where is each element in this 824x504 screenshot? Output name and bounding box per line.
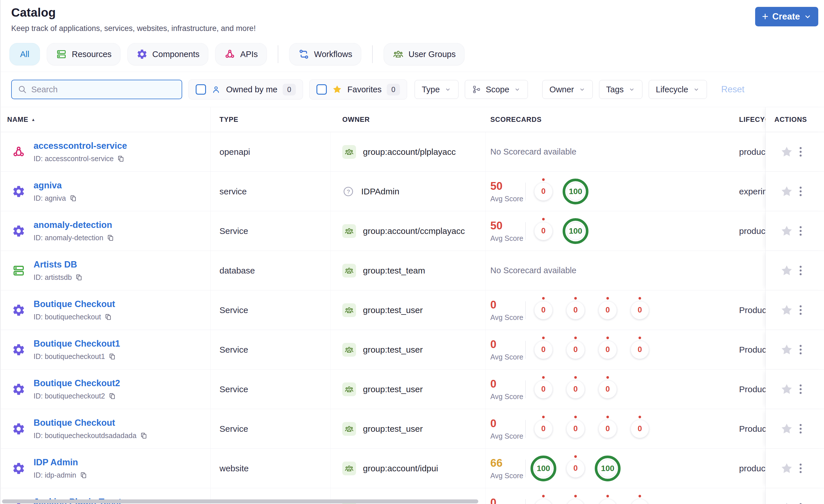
scorecard-badge-pass[interactable]: 100 (562, 218, 589, 244)
progress-dot (542, 376, 545, 379)
favorite-star-icon[interactable] (780, 145, 793, 158)
name-cell: Boutique CheckoutID: boutiquecheckoutdsa… (1, 409, 211, 449)
score-divider (525, 341, 526, 359)
entity-name-link[interactable]: IDP Admin (33, 457, 78, 467)
favorite-star-icon[interactable] (780, 501, 793, 504)
owner-dropdown[interactable]: Owner (542, 80, 593, 99)
copy-icon[interactable] (75, 274, 83, 281)
entity-name-link[interactable]: Boutique Checkout2 (33, 378, 120, 388)
scorecard-badge-fail[interactable]: 0 (599, 301, 617, 320)
scorecard-badge-fail[interactable]: 0 (566, 341, 585, 359)
entity-name-link[interactable]: Boutique Checkout1 (33, 339, 120, 349)
copy-icon[interactable] (107, 234, 114, 242)
avg-score-value: 0 (490, 417, 524, 430)
scorecard-badge-fail[interactable]: 0 (631, 301, 649, 320)
reset-button[interactable]: Reset (721, 84, 744, 95)
type-dropdown[interactable]: Type (415, 80, 458, 99)
entity-name-link[interactable]: Boutique Checkout (33, 418, 115, 428)
create-button[interactable]: + Create (755, 7, 818, 26)
favorites-checkbox[interactable] (316, 84, 327, 95)
entity-name-link[interactable]: Artists DB (33, 259, 77, 269)
tab-workflows[interactable]: Workflows (289, 43, 361, 66)
copy-icon[interactable] (108, 353, 116, 360)
scorecard-badge-pass[interactable]: 100 (562, 178, 589, 205)
entity-name-link[interactable]: accesscontrol-service (33, 141, 127, 151)
scorecard-badge-fail[interactable]: 0 (534, 499, 552, 504)
lifecycle-dropdown[interactable]: Lifecycle (649, 80, 707, 99)
api-icon (224, 48, 235, 60)
copy-icon[interactable] (140, 432, 147, 439)
kebab-menu-icon[interactable] (800, 266, 802, 275)
kebab-menu-icon[interactable] (800, 305, 802, 315)
scorecard-badge-fail[interactable]: 0 (566, 380, 585, 398)
kebab-menu-icon[interactable] (800, 384, 802, 394)
scorecard-badge-fail[interactable]: 0 (599, 499, 617, 504)
copy-icon[interactable] (117, 155, 124, 162)
kebab-menu-icon[interactable] (800, 424, 802, 433)
favorite-star-icon[interactable] (780, 264, 793, 277)
scorecard-badge-fail[interactable]: 0 (566, 459, 585, 478)
name-cell: IDP AdminID: idp-admin (1, 449, 211, 488)
progress-dot (607, 416, 609, 418)
copy-icon[interactable] (104, 313, 112, 321)
kebab-menu-icon[interactable] (800, 147, 802, 156)
scorecard-badge-fail[interactable]: 0 (534, 301, 552, 320)
tab-components[interactable]: Components (127, 43, 208, 66)
tab-all[interactable]: All (9, 43, 40, 66)
column-header-lifecycle[interactable]: LIFECYCLE (730, 107, 765, 132)
kebab-menu-icon[interactable] (800, 464, 802, 473)
favorites-filter[interactable]: Favorites 0 (309, 80, 407, 100)
scorecard-badge-fail[interactable]: 0 (566, 420, 585, 438)
owned-by-me-filter[interactable]: Owned by me 0 (189, 80, 303, 100)
scorecard-badge-fail[interactable]: 0 (566, 499, 585, 504)
scorecard-badge-fail[interactable]: 0 (631, 420, 649, 438)
tab-apis[interactable]: APIs (215, 43, 267, 66)
owner-label: group:test_team (363, 266, 425, 275)
scorecard-badge-fail[interactable]: 0 (534, 222, 552, 240)
favorite-star-icon[interactable] (780, 343, 793, 356)
scorecard-badge-fail[interactable]: 0 (566, 301, 585, 320)
column-header-owner[interactable]: OWNER (331, 107, 486, 132)
copy-icon[interactable] (70, 195, 77, 202)
tab-user-groups[interactable]: User Groups (384, 43, 465, 66)
scorecard-badge-fail[interactable]: 0 (599, 420, 617, 438)
scorecard-badge-fail[interactable]: 0 (534, 420, 552, 438)
favorite-star-icon[interactable] (780, 225, 793, 238)
kebab-menu-icon[interactable] (800, 226, 802, 236)
favorite-star-icon[interactable] (780, 383, 793, 396)
avg-score-label: Avg Score (490, 353, 524, 361)
favorite-star-icon[interactable] (780, 462, 793, 475)
scorecard-badge-pass[interactable]: 100 (595, 456, 621, 481)
scorecard-badge-pass[interactable]: 100 (530, 456, 556, 481)
scorecard-badge-fail[interactable]: 0 (534, 380, 552, 398)
progress-dot (639, 495, 641, 497)
scorecard-badge-fail[interactable]: 0 (631, 341, 649, 359)
column-header-name[interactable]: NAME ▲ (1, 107, 211, 132)
horizontal-scrollbar[interactable] (2, 499, 478, 503)
copy-icon[interactable] (80, 472, 87, 479)
scorecard-badge-fail[interactable]: 0 (534, 182, 552, 201)
favorite-star-icon[interactable] (780, 303, 793, 317)
column-header-type[interactable]: TYPE (211, 107, 331, 132)
kebab-menu-icon[interactable] (800, 345, 802, 354)
owned-by-me-checkbox[interactable] (196, 84, 206, 95)
search-input[interactable] (31, 85, 176, 94)
scorecard-badge-fail[interactable]: 0 (631, 499, 649, 504)
owner-label: group:account/idpui (363, 464, 438, 473)
favorite-star-icon[interactable] (780, 185, 793, 198)
scorecard-badge-fail[interactable]: 0 (599, 341, 617, 359)
scope-dropdown[interactable]: Scope (465, 80, 528, 99)
tags-dropdown[interactable]: Tags (599, 80, 642, 99)
entity-name-link[interactable]: agniva (33, 180, 62, 191)
kebab-menu-icon[interactable] (800, 186, 802, 196)
column-header-scorecards[interactable]: SCORECARDS (486, 107, 730, 132)
copy-icon[interactable] (108, 392, 116, 400)
entity-name-link[interactable]: anomaly-detection (33, 220, 112, 230)
scorecard-badge-fail[interactable]: 0 (534, 341, 552, 359)
lifecycle-dropdown-label: Lifecycle (656, 85, 688, 94)
favorite-star-icon[interactable] (780, 422, 793, 435)
plus-icon: + (762, 11, 768, 22)
tab-resources[interactable]: Resources (47, 43, 120, 66)
entity-name-link[interactable]: Boutique Checkout (33, 299, 115, 309)
scorecard-badge-fail[interactable]: 0 (599, 380, 617, 398)
